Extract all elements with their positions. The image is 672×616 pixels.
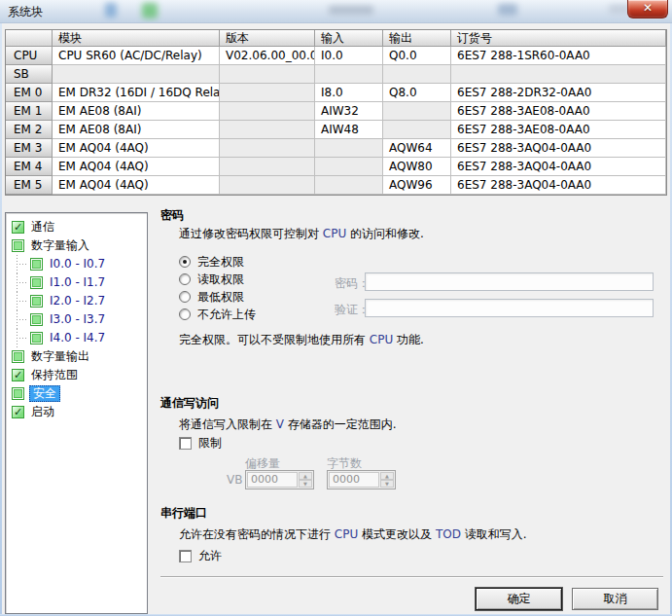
permission-radio-option[interactable]: 读取权限 (179, 271, 256, 288)
cell-order[interactable]: 6ES7 288-3AQ04-0AA0 (451, 139, 666, 158)
tree-item-label[interactable]: I1.0 - I1.7 (48, 275, 107, 290)
ok-button[interactable]: 确定 (476, 588, 562, 610)
spin-up-icon[interactable]: ▲ (299, 472, 312, 480)
cell-version[interactable] (220, 139, 315, 158)
radio-button-icon[interactable] (179, 273, 191, 285)
cell-input[interactable] (315, 176, 383, 195)
cell-version[interactable] (220, 84, 315, 102)
cell-module[interactable]: EM DR32 (16DI / 16DQ Relay) (53, 84, 220, 102)
tree-item-label[interactable]: 保持范围 (29, 368, 80, 382)
tree-item-label[interactable]: I0.0 - I0.7 (48, 257, 107, 272)
green-checkbox-icon[interactable] (12, 350, 24, 363)
cell-module[interactable]: EM AQ04 (4AQ) (53, 158, 220, 176)
green-checkbox-icon[interactable] (30, 276, 43, 289)
row-header-cell[interactable]: EM 4 (6, 158, 53, 176)
radio-button-icon[interactable] (179, 291, 191, 303)
cell-version[interactable] (220, 121, 315, 139)
cancel-button[interactable]: 取消 (572, 588, 658, 610)
cell-input[interactable]: I8.0 (315, 84, 383, 102)
cell-output[interactable]: Q8.0 (383, 84, 451, 102)
row-header-cell[interactable]: EM 2 (6, 121, 53, 139)
cell-input[interactable]: I0.0 (315, 47, 383, 65)
cell-output[interactable] (383, 65, 451, 84)
radio-button-icon[interactable] (179, 256, 191, 268)
verify-input[interactable] (365, 299, 654, 317)
offset-spin-buttons[interactable]: ▲ ▼ (299, 472, 312, 488)
cell-output[interactable]: AQW80 (383, 158, 451, 176)
permission-radio-option[interactable]: 不允许上传 (179, 306, 256, 323)
allow-checkbox-row[interactable]: 允许 (179, 548, 222, 564)
cell-order[interactable]: 6ES7 288-3AQ04-0AA0 (451, 158, 666, 176)
cell-input[interactable]: AIW32 (315, 102, 383, 121)
row-header-cell[interactable]: EM 3 (6, 139, 53, 158)
cell-output[interactable]: AQW96 (383, 176, 451, 195)
cell-version[interactable] (220, 65, 315, 84)
row-header-cell[interactable]: CPU (6, 47, 53, 65)
bytes-stepper[interactable]: 0000 ▲ ▼ (327, 470, 396, 489)
cell-module[interactable]: EM AE08 (8AI) (53, 121, 220, 139)
tree-item[interactable]: ✓通信 (10, 218, 147, 236)
cell-module[interactable]: EM AE08 (8AI) (53, 102, 220, 121)
tree-item-label[interactable]: 数字量输出 (29, 349, 91, 364)
cell-order[interactable]: 6ES7 288-3AE08-0AA0 (451, 121, 666, 139)
tree-item-label[interactable]: I3.0 - I3.7 (48, 312, 107, 327)
cell-order[interactable]: 6ES7 288-3AQ04-0AA0 (451, 176, 666, 195)
cell-version[interactable] (220, 158, 315, 176)
bytes-value[interactable]: 0000 (329, 472, 379, 488)
row-header-cell[interactable]: SB (6, 65, 53, 84)
tree-item-label[interactable]: I2.0 - I2.7 (48, 294, 107, 308)
cell-version[interactable] (220, 176, 315, 195)
checked-green-checkbox-icon[interactable]: ✓ (12, 369, 24, 381)
cell-version[interactable]: V02.06.00_00.00... (220, 47, 315, 65)
cell-module[interactable]: CPU SR60 (AC/DC/Relay) (53, 47, 220, 65)
cell-module[interactable]: EM AQ04 (4AQ) (53, 176, 220, 195)
password-input[interactable] (365, 272, 654, 291)
tree-item[interactable]: I3.0 - I3.7 (10, 310, 147, 329)
cell-order[interactable] (451, 65, 666, 84)
tree-item[interactable]: 安全 (10, 384, 147, 403)
tree-item[interactable]: 数字量输出 (10, 347, 147, 366)
row-header-cell[interactable]: EM 1 (6, 102, 53, 121)
tree-item[interactable]: I2.0 - I2.7 (10, 292, 147, 310)
restrict-checkbox[interactable] (179, 437, 192, 450)
permission-radio-option[interactable]: 完全权限 (179, 253, 256, 271)
cell-version[interactable] (220, 102, 315, 121)
tree-item[interactable]: I4.0 - I4.7 (10, 329, 147, 347)
cell-order[interactable]: 6ES7 288-1SR60-0AA0 (451, 47, 666, 65)
cell-input[interactable] (315, 158, 383, 176)
cell-output[interactable] (383, 102, 451, 121)
green-checkbox-icon[interactable] (12, 387, 24, 400)
offset-value[interactable]: 0000 (247, 472, 298, 488)
cell-input[interactable]: AIW48 (315, 121, 383, 139)
title-bar[interactable]: 系统块 (0, 0, 672, 23)
cell-order[interactable]: 6ES7 288-2DR32-0AA0 (451, 84, 666, 102)
green-checkbox-icon[interactable] (30, 258, 43, 271)
permission-radio-option[interactable]: 最低权限 (179, 288, 256, 306)
tree-item-label[interactable]: 安全 (29, 385, 60, 402)
tree-item[interactable]: ✓启动 (10, 403, 147, 421)
cell-input[interactable] (315, 139, 383, 158)
offset-stepper[interactable]: 0000 ▲ ▼ (245, 470, 314, 489)
radio-button-icon[interactable] (179, 308, 191, 320)
tree-item-label[interactable]: 启动 (29, 405, 56, 419)
spin-down-icon[interactable]: ▼ (380, 480, 394, 488)
checked-green-checkbox-icon[interactable]: ✓ (12, 406, 24, 418)
cell-output[interactable] (383, 121, 451, 139)
green-checkbox-icon[interactable] (30, 313, 43, 326)
cell-input[interactable] (315, 65, 383, 84)
cell-output[interactable]: AQW64 (383, 139, 451, 158)
tree-item-label[interactable]: 数字量输入 (29, 238, 91, 253)
tree-item[interactable]: ✓保持范围 (10, 366, 147, 384)
row-header-cell[interactable]: EM 5 (6, 176, 53, 195)
restrict-checkbox-row[interactable]: 限制 (179, 435, 222, 452)
tree-item-label[interactable]: I4.0 - I4.7 (48, 331, 107, 345)
row-header-cell[interactable]: EM 0 (6, 84, 53, 102)
tree-item[interactable]: 数字量输入 (10, 236, 147, 255)
spin-up-icon[interactable]: ▲ (380, 472, 394, 480)
tree-item[interactable]: I0.0 - I0.7 (10, 255, 147, 273)
cell-module[interactable]: EM AQ04 (4AQ) (53, 139, 220, 158)
spin-down-icon[interactable]: ▼ (299, 480, 312, 488)
green-checkbox-icon[interactable] (12, 239, 24, 252)
tree-item-label[interactable]: 通信 (29, 220, 56, 235)
bytes-spin-buttons[interactable]: ▲ ▼ (380, 472, 394, 488)
